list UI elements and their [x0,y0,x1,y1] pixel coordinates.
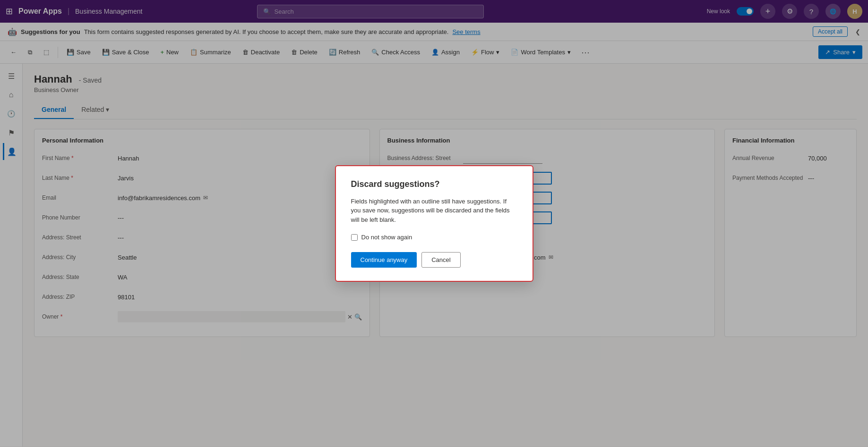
do-not-show-checkbox[interactable] [351,234,358,241]
dialog-actions: Continue anyway Cancel [351,252,517,268]
dialog-title: Discard suggestions? [351,179,517,189]
discard-suggestions-dialog: Discard suggestions? Fields highlighted … [335,165,533,282]
cancel-button[interactable]: Cancel [421,252,460,268]
continue-anyway-button[interactable]: Continue anyway [351,252,417,268]
dialog-overlay: Discard suggestions? Fields highlighted … [0,0,868,447]
dialog-body: Fields highlighted with an outline still… [351,197,517,225]
do-not-show-label: Do not show again [361,234,413,241]
dialog-checkbox-row: Do not show again [351,234,517,241]
